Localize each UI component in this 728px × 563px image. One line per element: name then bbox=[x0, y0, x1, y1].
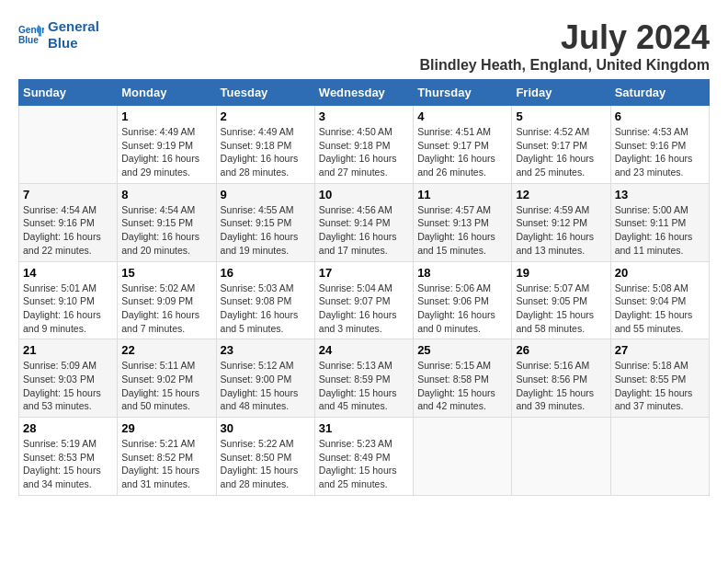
weekday-header-sunday: Sunday bbox=[19, 80, 118, 106]
day-info: Sunrise: 5:13 AM Sunset: 8:59 PM Dayligh… bbox=[319, 359, 409, 413]
calendar-cell: 31Sunrise: 5:23 AM Sunset: 8:49 PM Dayli… bbox=[314, 418, 413, 496]
calendar-cell: 4Sunrise: 4:51 AM Sunset: 9:17 PM Daylig… bbox=[414, 106, 512, 184]
day-info: Sunrise: 5:18 AM Sunset: 8:55 PM Dayligh… bbox=[615, 359, 705, 413]
calendar-cell: 20Sunrise: 5:08 AM Sunset: 9:04 PM Dayli… bbox=[610, 261, 709, 339]
weekday-header-monday: Monday bbox=[118, 80, 216, 106]
calendar-cell: 29Sunrise: 5:21 AM Sunset: 8:52 PM Dayli… bbox=[118, 418, 216, 496]
calendar-cell: 19Sunrise: 5:07 AM Sunset: 9:05 PM Dayli… bbox=[512, 261, 610, 339]
day-info: Sunrise: 4:54 AM Sunset: 9:16 PM Dayligh… bbox=[23, 203, 113, 258]
weekday-header-thursday: Thursday bbox=[414, 80, 512, 106]
day-number: 28 bbox=[23, 421, 113, 435]
weekday-header-saturday: Saturday bbox=[610, 80, 709, 106]
day-info: Sunrise: 4:50 AM Sunset: 9:18 PM Dayligh… bbox=[319, 125, 409, 179]
day-number: 31 bbox=[319, 421, 409, 435]
day-info: Sunrise: 4:57 AM Sunset: 9:13 PM Dayligh… bbox=[417, 203, 507, 258]
day-number: 30 bbox=[221, 421, 311, 435]
day-number: 10 bbox=[319, 188, 409, 201]
day-number: 6 bbox=[615, 109, 705, 123]
calendar-cell: 13Sunrise: 5:00 AM Sunset: 9:11 PM Dayli… bbox=[610, 183, 709, 261]
weekday-header-row: SundayMondayTuesdayWednesdayThursdayFrid… bbox=[19, 80, 710, 106]
day-info: Sunrise: 5:07 AM Sunset: 9:05 PM Dayligh… bbox=[516, 282, 606, 336]
day-info: Sunrise: 5:21 AM Sunset: 8:52 PM Dayligh… bbox=[121, 437, 211, 491]
calendar-cell: 18Sunrise: 5:06 AM Sunset: 9:06 PM Dayli… bbox=[414, 261, 512, 339]
calendar-cell: 11Sunrise: 4:57 AM Sunset: 9:13 PM Dayli… bbox=[414, 183, 512, 261]
day-info: Sunrise: 5:09 AM Sunset: 9:03 PM Dayligh… bbox=[23, 359, 113, 413]
day-info: Sunrise: 5:23 AM Sunset: 8:49 PM Dayligh… bbox=[319, 437, 409, 491]
day-info: Sunrise: 4:49 AM Sunset: 9:18 PM Dayligh… bbox=[221, 125, 311, 179]
day-number: 11 bbox=[417, 188, 507, 201]
day-number: 3 bbox=[319, 109, 409, 123]
logo: General Blue General Blue bbox=[18, 18, 99, 52]
logo-icon: General Blue bbox=[18, 22, 44, 48]
calendar-cell: 8Sunrise: 4:54 AM Sunset: 9:15 PM Daylig… bbox=[118, 183, 216, 261]
day-number: 25 bbox=[417, 343, 507, 357]
weekday-header-tuesday: Tuesday bbox=[216, 80, 314, 106]
day-info: Sunrise: 4:55 AM Sunset: 9:15 PM Dayligh… bbox=[221, 203, 311, 258]
day-number: 4 bbox=[417, 109, 507, 123]
day-info: Sunrise: 4:49 AM Sunset: 9:19 PM Dayligh… bbox=[121, 125, 211, 179]
calendar-cell: 2Sunrise: 4:49 AM Sunset: 9:18 PM Daylig… bbox=[216, 106, 314, 184]
location-title: Blindley Heath, England, United Kingdom bbox=[419, 57, 710, 74]
day-info: Sunrise: 5:01 AM Sunset: 9:10 PM Dayligh… bbox=[23, 282, 113, 336]
day-number: 18 bbox=[417, 266, 507, 280]
calendar-cell: 15Sunrise: 5:02 AM Sunset: 9:09 PM Dayli… bbox=[118, 261, 216, 339]
calendar-cell bbox=[19, 106, 118, 184]
month-title: July 2024 bbox=[419, 18, 710, 57]
day-info: Sunrise: 5:08 AM Sunset: 9:04 PM Dayligh… bbox=[615, 282, 705, 336]
week-row-5: 28Sunrise: 5:19 AM Sunset: 8:53 PM Dayli… bbox=[19, 418, 710, 496]
calendar-cell: 25Sunrise: 5:15 AM Sunset: 8:58 PM Dayli… bbox=[414, 339, 512, 418]
day-info: Sunrise: 5:16 AM Sunset: 8:56 PM Dayligh… bbox=[516, 359, 606, 413]
day-number: 27 bbox=[615, 343, 705, 357]
day-number: 1 bbox=[121, 109, 211, 123]
day-number: 8 bbox=[121, 188, 211, 201]
day-info: Sunrise: 5:15 AM Sunset: 8:58 PM Dayligh… bbox=[417, 359, 507, 413]
calendar-cell bbox=[512, 418, 610, 496]
title-block: July 2024 Blindley Heath, England, Unite… bbox=[419, 18, 710, 74]
calendar-cell: 23Sunrise: 5:12 AM Sunset: 9:00 PM Dayli… bbox=[216, 339, 314, 418]
day-number: 7 bbox=[23, 188, 113, 201]
svg-text:Blue: Blue bbox=[18, 35, 39, 45]
weekday-header-friday: Friday bbox=[512, 80, 610, 106]
calendar-cell: 1Sunrise: 4:49 AM Sunset: 9:19 PM Daylig… bbox=[118, 106, 216, 184]
logo-text: General Blue bbox=[48, 18, 99, 52]
calendar-cell: 3Sunrise: 4:50 AM Sunset: 9:18 PM Daylig… bbox=[314, 106, 413, 184]
day-number: 24 bbox=[319, 343, 409, 357]
calendar-cell: 7Sunrise: 4:54 AM Sunset: 9:16 PM Daylig… bbox=[19, 183, 118, 261]
day-number: 23 bbox=[221, 343, 311, 357]
day-info: Sunrise: 5:11 AM Sunset: 9:02 PM Dayligh… bbox=[121, 359, 211, 413]
calendar-cell: 5Sunrise: 4:52 AM Sunset: 9:17 PM Daylig… bbox=[512, 106, 610, 184]
week-row-3: 14Sunrise: 5:01 AM Sunset: 9:10 PM Dayli… bbox=[19, 261, 710, 339]
day-number: 2 bbox=[221, 109, 311, 123]
calendar-cell: 27Sunrise: 5:18 AM Sunset: 8:55 PM Dayli… bbox=[610, 339, 709, 418]
calendar-cell: 21Sunrise: 5:09 AM Sunset: 9:03 PM Dayli… bbox=[19, 339, 118, 418]
calendar-cell: 9Sunrise: 4:55 AM Sunset: 9:15 PM Daylig… bbox=[216, 183, 314, 261]
day-number: 26 bbox=[516, 343, 606, 357]
day-info: Sunrise: 5:06 AM Sunset: 9:06 PM Dayligh… bbox=[417, 282, 507, 336]
calendar-cell: 24Sunrise: 5:13 AM Sunset: 8:59 PM Dayli… bbox=[314, 339, 413, 418]
day-number: 16 bbox=[221, 266, 311, 280]
calendar-cell: 22Sunrise: 5:11 AM Sunset: 9:02 PM Dayli… bbox=[118, 339, 216, 418]
day-number: 9 bbox=[221, 188, 311, 201]
day-info: Sunrise: 4:59 AM Sunset: 9:12 PM Dayligh… bbox=[516, 203, 606, 258]
day-info: Sunrise: 5:04 AM Sunset: 9:07 PM Dayligh… bbox=[319, 282, 409, 336]
day-info: Sunrise: 4:54 AM Sunset: 9:15 PM Dayligh… bbox=[121, 203, 211, 258]
calendar-cell bbox=[414, 418, 512, 496]
day-number: 22 bbox=[121, 343, 211, 357]
day-number: 29 bbox=[121, 421, 211, 435]
calendar-cell: 16Sunrise: 5:03 AM Sunset: 9:08 PM Dayli… bbox=[216, 261, 314, 339]
calendar-cell bbox=[610, 418, 709, 496]
day-info: Sunrise: 4:56 AM Sunset: 9:14 PM Dayligh… bbox=[319, 203, 409, 258]
week-row-2: 7Sunrise: 4:54 AM Sunset: 9:16 PM Daylig… bbox=[19, 183, 710, 261]
day-info: Sunrise: 5:00 AM Sunset: 9:11 PM Dayligh… bbox=[615, 203, 705, 258]
calendar-cell: 14Sunrise: 5:01 AM Sunset: 9:10 PM Dayli… bbox=[19, 261, 118, 339]
calendar-cell: 6Sunrise: 4:53 AM Sunset: 9:16 PM Daylig… bbox=[610, 106, 709, 184]
day-number: 19 bbox=[516, 266, 606, 280]
day-number: 14 bbox=[23, 266, 113, 280]
day-number: 21 bbox=[23, 343, 113, 357]
day-info: Sunrise: 4:52 AM Sunset: 9:17 PM Dayligh… bbox=[516, 125, 606, 179]
day-info: Sunrise: 5:03 AM Sunset: 9:08 PM Dayligh… bbox=[221, 282, 311, 336]
day-number: 13 bbox=[615, 188, 705, 201]
week-row-4: 21Sunrise: 5:09 AM Sunset: 9:03 PM Dayli… bbox=[19, 339, 710, 418]
day-number: 15 bbox=[121, 266, 211, 280]
calendar-table: SundayMondayTuesdayWednesdayThursdayFrid… bbox=[18, 79, 710, 496]
